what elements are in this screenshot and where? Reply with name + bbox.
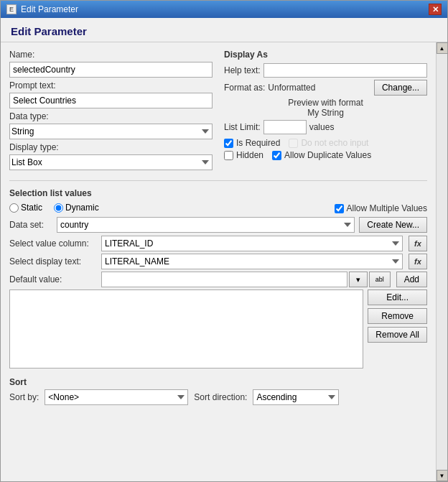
sort-by-select[interactable]: <None> country LITERAL_ID LITERAL_NAME [45, 389, 188, 405]
display-text-select[interactable]: LITERAL_NAME [101, 254, 403, 269]
default-dropdown-btn[interactable]: ▾ [349, 272, 368, 287]
static-radio[interactable] [9, 203, 19, 213]
static-label: Static [21, 203, 42, 213]
display-text-row: Select display text: LITERAL_NAME fx [9, 254, 427, 269]
allow-duplicate-label: Allow Duplicate Values [284, 150, 371, 160]
prompt-input[interactable] [9, 93, 213, 108]
values-area: Edit... Remove Remove All [9, 289, 427, 369]
dynamic-label: Dynamic [65, 203, 99, 213]
remove-button[interactable]: Remove [368, 308, 427, 324]
scroll-up-button[interactable]: ▲ [437, 42, 448, 54]
sort-title: Sort [9, 377, 427, 387]
title-bar: E Edit Parameter ✕ [1, 1, 447, 18]
display-as-section: Display As Help text: Format as: Unforma… [224, 50, 427, 173]
close-button[interactable]: ✕ [429, 4, 442, 15]
list-limit-input[interactable] [263, 120, 307, 134]
list-limit-label: List Limit: [224, 122, 261, 132]
is-required-label: Is Required [236, 138, 280, 148]
allow-multiple-row: Allow Multiple Values [335, 203, 428, 213]
edit-button[interactable]: Edit... [368, 289, 427, 305]
dataset-row: Data set: country Create New... [9, 217, 427, 233]
left-column: Name: Prompt text: Data type: String Num… [9, 50, 213, 173]
prompt-group: Prompt text: [9, 80, 213, 108]
title-bar-left: E Edit Parameter [6, 4, 78, 14]
title-bar-text: Edit Parameter [21, 4, 78, 14]
hidden-row: Hidden [224, 150, 263, 160]
allow-multiple-checkbox[interactable] [335, 204, 344, 213]
scrollbar-track[interactable] [437, 54, 447, 470]
dataset-label: Data set: [9, 220, 52, 230]
display-type-label: Display type: [9, 142, 213, 152]
do-not-echo-label: Do not echo input [301, 138, 368, 148]
allow-multiple-label: Allow Multiple Values [347, 203, 428, 213]
dataset-select-wrapper: country [57, 217, 355, 233]
list-limit-row: List Limit: values [224, 120, 427, 134]
value-column-label: Select value column: [9, 238, 95, 249]
selection-title: Selection list values [9, 188, 92, 198]
sort-row: Sort by: <None> country LITERAL_ID LITER… [9, 389, 427, 405]
static-radio-label[interactable]: Static [9, 203, 42, 213]
value-column-row: Select value column: LITERAL_ID fx [9, 236, 427, 251]
default-input-group: ▾ abl [101, 272, 391, 287]
fx-icon-2: fx [414, 257, 421, 266]
hidden-checkbox[interactable] [224, 151, 233, 160]
preview-value: My String [224, 108, 427, 118]
default-value-label: Default value: [9, 274, 95, 284]
allow-duplicate-row: Allow Duplicate Values [272, 150, 371, 160]
create-new-button[interactable]: Create New... [359, 217, 427, 233]
data-type-group: Data type: String Number Date Boolean [9, 111, 213, 139]
do-not-echo-checkbox[interactable] [289, 139, 298, 148]
change-button[interactable]: Change... [374, 80, 427, 96]
do-not-echo-row: Do not echo input [289, 138, 368, 148]
scroll-down-button[interactable]: ▼ [437, 470, 448, 481]
name-group: Name: [9, 50, 213, 78]
default-abl-btn[interactable]: abl [369, 272, 391, 287]
scrollbar: ▲ ▼ [436, 42, 447, 481]
value-column-fx-button[interactable]: fx [409, 236, 427, 251]
list-limit-suffix: values [309, 122, 335, 132]
fx-icon: fx [414, 239, 421, 248]
prompt-label: Prompt text: [9, 80, 213, 91]
window-icon: E [6, 4, 17, 14]
default-value-row: Default value: ▾ abl Add [9, 272, 427, 287]
display-text-fx-button[interactable]: fx [409, 254, 427, 269]
allow-duplicate-checkbox[interactable] [272, 151, 281, 160]
preview-row: Preview with format My String [224, 98, 427, 118]
dataset-select[interactable]: country [57, 217, 355, 233]
value-column-select-wrapper: LITERAL_ID [101, 236, 403, 251]
format-row: Format as: Unformatted Change... [224, 80, 427, 96]
data-type-label: Data type: [9, 111, 213, 121]
remove-all-button[interactable]: Remove All [368, 327, 427, 343]
dynamic-radio-label[interactable]: Dynamic [54, 203, 99, 213]
selection-section: Selection list values Static Dynamic [9, 188, 427, 371]
selection-header-row: Selection list values [9, 188, 427, 200]
display-type-group: Display type: List Box Text Box Date Pic… [9, 142, 213, 170]
sort-direction-label: Sort direction: [194, 392, 247, 402]
hidden-label: Hidden [236, 150, 263, 160]
is-required-row: Is Required [224, 138, 280, 148]
sort-by-label: Sort by: [9, 392, 39, 402]
help-text-row: Help text: [224, 63, 427, 78]
data-type-select[interactable]: String Number Date Boolean [9, 124, 213, 139]
format-as-label: Format as: [224, 83, 265, 93]
dynamic-radio[interactable] [54, 203, 63, 213]
edit-parameter-window: E Edit Parameter ✕ Edit Parameter Name: … [0, 0, 448, 482]
name-label: Name: [9, 50, 213, 60]
sort-section: Sort Sort by: <None> country LITERAL_ID … [9, 377, 427, 405]
value-column-select[interactable]: LITERAL_ID [101, 236, 403, 251]
content-area: Name: Prompt text: Data type: String Num… [1, 42, 447, 481]
display-as-title: Display As [224, 50, 427, 60]
values-list[interactable] [9, 289, 363, 369]
display-type-select[interactable]: List Box Text Box Date Picker Radio Grou… [9, 154, 213, 170]
name-input[interactable] [9, 62, 213, 78]
sort-direction-select[interactable]: Ascending Descending [253, 389, 339, 405]
help-text-label: Help text: [224, 65, 261, 75]
main-panel: Name: Prompt text: Data type: String Num… [1, 42, 436, 481]
is-required-checkbox[interactable] [224, 139, 233, 148]
mode-radio-group: Static Dynamic [9, 203, 99, 213]
display-text-select-wrapper: LITERAL_NAME [101, 254, 403, 269]
add-button[interactable]: Add [396, 272, 427, 287]
help-text-input[interactable] [263, 63, 427, 78]
display-text-label: Select display text: [9, 256, 95, 267]
default-value-input[interactable] [101, 272, 347, 287]
